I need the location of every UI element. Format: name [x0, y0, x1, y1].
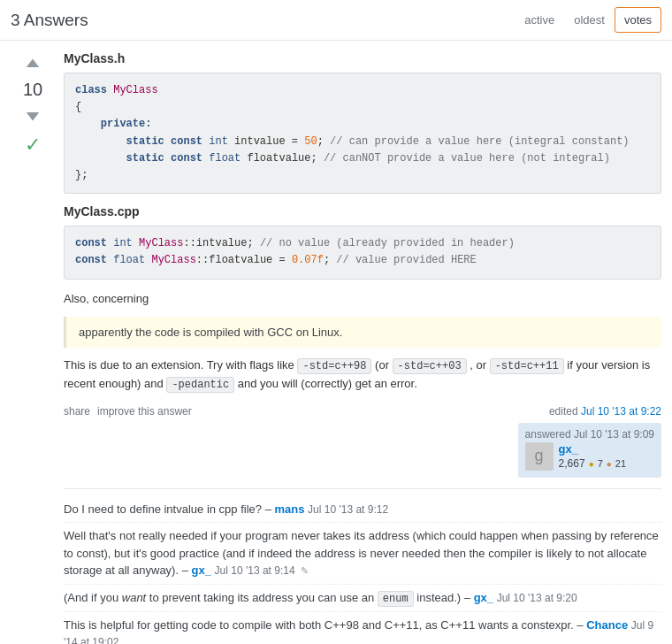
edit-info: edited Jul 10 '13 at 9:22 [549, 405, 661, 418]
answers-count: 3 Answers [11, 11, 88, 30]
sort-tab-oldest[interactable]: oldest [564, 7, 615, 33]
flag-code-2: -std=c++03 [393, 358, 467, 374]
sort-tab-active[interactable]: active [515, 7, 564, 33]
user-rep: 2,667 [559, 457, 585, 470]
blockquote: apparently the code is compiled with GCC… [64, 317, 661, 348]
edited-label: edited [549, 405, 578, 418]
comment-3-text-before: (And if you want to prevent taking its a… [64, 591, 374, 604]
comment-2: Well that's not really needed if your pr… [64, 523, 661, 585]
action-links: share improve this answer [64, 405, 192, 418]
share-link[interactable]: share [64, 405, 90, 418]
comment-4: This is helpful for getting code to comp… [64, 612, 661, 644]
sort-tab-votes[interactable]: votes [615, 7, 661, 33]
explanation-text: This is due to an extension. Try with fl… [64, 356, 661, 394]
comment-1-user[interactable]: mans [275, 502, 305, 516]
heading-myclass-cpp: MyClass.cpp [64, 204, 661, 218]
vote-count: 10 [23, 80, 42, 100]
edit-pencil-icon[interactable]: ✎ [301, 565, 309, 576]
answer-actions: share improve this answer edited Jul 10 … [64, 405, 661, 478]
comments-section: Do I need to define intvalue in cpp file… [64, 488, 661, 644]
user-card: answered Jul 10 '13 at 9:09 g gx_ 2,667 … [518, 423, 661, 478]
blockquote-text: apparently the code is compiled with GCC… [79, 326, 342, 339]
also-text: Also, concerning [64, 290, 661, 309]
answer-container: 10 ✓ MyClass.h class MyClass { private: … [0, 41, 672, 644]
flag-code-3: -std=c++11 [490, 358, 564, 374]
user-avatar-name-row: g gx_ 2,667 7 21 [525, 442, 654, 471]
answered-label: answered Jul 10 '13 at 9:09 [525, 428, 654, 441]
upvote-icon [25, 57, 41, 73]
answer-body: MyClass.h class MyClass { private: stati… [64, 51, 661, 644]
user-info: gx_ 2,667 7 21 [559, 442, 627, 470]
downvote-icon [25, 107, 41, 123]
answers-header: 3 Answers active oldest votes [0, 0, 672, 41]
comment-3-time: Jul 10 '13 at 9:20 [497, 592, 577, 604]
comment-3-user[interactable]: gx_ [474, 591, 493, 604]
comment-1-text: Do I need to define intvalue in cpp file… [64, 502, 271, 516]
comment-1-time: Jul 10 '13 at 9:12 [308, 503, 388, 516]
heading-myclass-h: MyClass.h [64, 51, 661, 65]
right-meta: edited Jul 10 '13 at 9:22 answered Jul 1… [518, 405, 661, 478]
vote-down-button[interactable] [19, 102, 46, 128]
vote-up-button[interactable] [19, 51, 46, 78]
avatar: g [525, 442, 554, 471]
comment-3-inline-code: enum [378, 591, 414, 607]
bronze-badge-icon [607, 457, 612, 470]
accepted-check: ✓ [25, 134, 41, 157]
comment-3-text-after: instead.) – [416, 591, 470, 604]
comment-4-text: This is helpful for getting code to comp… [64, 618, 584, 632]
vote-column: 10 ✓ [11, 51, 55, 644]
edited-date[interactable]: Jul 10 '13 at 9:22 [581, 405, 661, 418]
comment-1: Do I need to define intvalue in cpp file… [64, 496, 661, 524]
comment-2-text: Well that's not really needed if your pr… [64, 529, 659, 577]
comment-2-time: Jul 10 '13 at 9:14 [215, 564, 295, 577]
user-name-link[interactable]: gx_ [559, 442, 578, 456]
comment-3: (And if you want to prevent taking its a… [64, 585, 661, 612]
gold-badge-icon [589, 457, 594, 470]
sort-tabs: active oldest votes [515, 7, 661, 33]
flag-code-4: -pedantic [166, 377, 234, 393]
gold-badge-count: 7 [598, 458, 603, 469]
comment-4-user[interactable]: Chance [586, 618, 628, 632]
improve-link[interactable]: improve this answer [97, 405, 192, 418]
comment-2-user[interactable]: gx_ [192, 564, 211, 577]
flag-code-1: -std=c++98 [297, 358, 371, 374]
user-badges: 2,667 7 21 [559, 457, 627, 470]
code-block-header: class MyClass { private: static const in… [64, 73, 661, 194]
code-block-cpp: const int MyClass::intvalue; // no value… [64, 226, 661, 279]
bronze-badge-count: 21 [615, 458, 626, 469]
